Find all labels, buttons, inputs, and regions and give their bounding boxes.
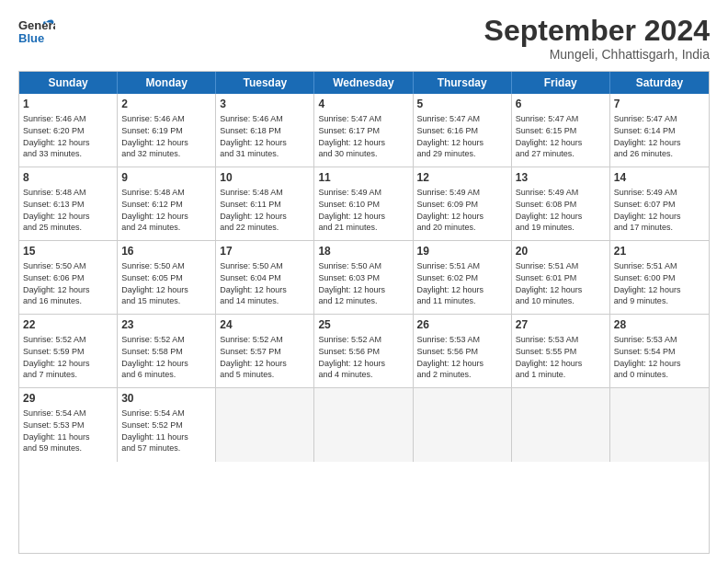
calendar-cell <box>216 388 314 462</box>
day-number: 7 <box>614 97 705 111</box>
calendar-cell: 21Sunrise: 5:51 AMSunset: 6:00 PMDayligh… <box>610 241 709 314</box>
calendar-cell: 1Sunrise: 5:46 AMSunset: 6:20 PMDaylight… <box>19 94 118 167</box>
day-number: 4 <box>318 97 408 111</box>
day-number: 5 <box>417 97 507 111</box>
header: General Blue September 2024 Mungeli, Chh… <box>18 15 710 62</box>
day-number: 12 <box>417 170 507 185</box>
day-number: 10 <box>220 170 310 185</box>
calendar-cell: 4Sunrise: 5:47 AMSunset: 6:17 PMDaylight… <box>314 94 413 167</box>
calendar-cell: 26Sunrise: 5:53 AMSunset: 5:56 PMDayligh… <box>414 315 512 387</box>
day-number: 30 <box>121 391 211 406</box>
cell-info: Sunrise: 5:50 AMSunset: 6:05 PMDaylight:… <box>121 260 211 306</box>
header-tuesday: Tuesday <box>216 72 314 94</box>
title-area: September 2024 Mungeli, Chhattisgarh, In… <box>484 15 710 62</box>
day-number: 22 <box>23 317 113 332</box>
cell-info: Sunrise: 5:54 AMSunset: 5:53 PMDaylight:… <box>23 408 113 454</box>
day-number: 20 <box>516 244 606 259</box>
header-monday: Monday <box>118 72 216 94</box>
day-number: 24 <box>220 317 310 332</box>
cell-info: Sunrise: 5:52 AMSunset: 5:58 PMDaylight:… <box>121 334 211 380</box>
calendar-cell: 27Sunrise: 5:53 AMSunset: 5:55 PMDayligh… <box>512 315 610 387</box>
day-number: 3 <box>220 97 310 111</box>
cell-info: Sunrise: 5:46 AMSunset: 6:18 PMDaylight:… <box>220 113 310 159</box>
day-number: 9 <box>121 170 211 185</box>
calendar-cell: 19Sunrise: 5:51 AMSunset: 6:02 PMDayligh… <box>414 241 512 314</box>
calendar-cell: 13Sunrise: 5:49 AMSunset: 6:08 PMDayligh… <box>512 167 610 240</box>
day-number: 1 <box>23 97 113 111</box>
calendar-cell: 18Sunrise: 5:50 AMSunset: 6:03 PMDayligh… <box>314 241 413 314</box>
cell-info: Sunrise: 5:53 AMSunset: 5:56 PMDaylight:… <box>417 334 507 380</box>
calendar-cell: 15Sunrise: 5:50 AMSunset: 6:06 PMDayligh… <box>19 241 118 314</box>
calendar-cell: 2Sunrise: 5:46 AMSunset: 6:19 PMDaylight… <box>118 94 216 167</box>
location: Mungeli, Chhattisgarh, India <box>484 47 710 62</box>
day-number: 17 <box>220 244 310 259</box>
calendar-cell: 23Sunrise: 5:52 AMSunset: 5:58 PMDayligh… <box>118 315 216 387</box>
cell-info: Sunrise: 5:54 AMSunset: 5:52 PMDaylight:… <box>121 408 211 454</box>
cell-info: Sunrise: 5:49 AMSunset: 6:08 PMDaylight:… <box>516 187 606 233</box>
header-saturday: Saturday <box>610 72 709 94</box>
calendar: Sunday Monday Tuesday Wednesday Thursday… <box>18 71 710 554</box>
day-number: 29 <box>23 391 113 406</box>
calendar-cell <box>414 388 512 462</box>
cell-info: Sunrise: 5:52 AMSunset: 5:57 PMDaylight:… <box>220 334 310 380</box>
calendar-cell: 7Sunrise: 5:47 AMSunset: 6:14 PMDaylight… <box>610 94 709 167</box>
calendar-cell: 30Sunrise: 5:54 AMSunset: 5:52 PMDayligh… <box>118 388 216 462</box>
day-number: 27 <box>516 317 606 332</box>
calendar-cell: 29Sunrise: 5:54 AMSunset: 5:53 PMDayligh… <box>19 388 118 462</box>
day-number: 23 <box>121 317 211 332</box>
cell-info: Sunrise: 5:48 AMSunset: 6:12 PMDaylight:… <box>121 187 211 233</box>
calendar-cell <box>314 388 413 462</box>
cell-info: Sunrise: 5:49 AMSunset: 6:09 PMDaylight:… <box>417 187 507 233</box>
cell-info: Sunrise: 5:50 AMSunset: 6:03 PMDaylight:… <box>318 260 408 306</box>
cell-info: Sunrise: 5:49 AMSunset: 6:07 PMDaylight:… <box>614 187 705 233</box>
calendar-body: 1Sunrise: 5:46 AMSunset: 6:20 PMDaylight… <box>19 94 709 462</box>
calendar-cell: 22Sunrise: 5:52 AMSunset: 5:59 PMDayligh… <box>19 315 118 387</box>
header-thursday: Thursday <box>414 72 512 94</box>
cell-info: Sunrise: 5:50 AMSunset: 6:04 PMDaylight:… <box>220 260 310 306</box>
month-title: September 2024 <box>484 15 710 47</box>
day-number: 16 <box>121 244 211 259</box>
calendar-cell: 14Sunrise: 5:49 AMSunset: 6:07 PMDayligh… <box>610 167 709 240</box>
cell-info: Sunrise: 5:48 AMSunset: 6:11 PMDaylight:… <box>220 187 310 233</box>
calendar-cell: 12Sunrise: 5:49 AMSunset: 6:09 PMDayligh… <box>414 167 512 240</box>
cell-info: Sunrise: 5:48 AMSunset: 6:13 PMDaylight:… <box>23 187 113 233</box>
cell-info: Sunrise: 5:52 AMSunset: 5:59 PMDaylight:… <box>23 334 113 380</box>
header-sunday: Sunday <box>19 72 118 94</box>
cell-info: Sunrise: 5:51 AMSunset: 6:00 PMDaylight:… <box>614 260 705 306</box>
cell-info: Sunrise: 5:53 AMSunset: 5:55 PMDaylight:… <box>516 334 606 380</box>
calendar-cell: 9Sunrise: 5:48 AMSunset: 6:12 PMDaylight… <box>118 167 216 240</box>
header-friday: Friday <box>512 72 610 94</box>
cell-info: Sunrise: 5:46 AMSunset: 6:20 PMDaylight:… <box>23 113 113 159</box>
day-number: 2 <box>121 97 211 111</box>
cell-info: Sunrise: 5:46 AMSunset: 6:19 PMDaylight:… <box>121 113 211 159</box>
calendar-cell: 11Sunrise: 5:49 AMSunset: 6:10 PMDayligh… <box>314 167 413 240</box>
cell-info: Sunrise: 5:51 AMSunset: 6:01 PMDaylight:… <box>516 260 606 306</box>
day-number: 26 <box>417 317 507 332</box>
calendar-cell: 16Sunrise: 5:50 AMSunset: 6:05 PMDayligh… <box>118 241 216 314</box>
logo-icon: General Blue <box>18 15 51 48</box>
day-number: 28 <box>614 317 705 332</box>
cell-info: Sunrise: 5:49 AMSunset: 6:10 PMDaylight:… <box>318 187 408 233</box>
calendar-cell: 6Sunrise: 5:47 AMSunset: 6:15 PMDaylight… <box>512 94 610 167</box>
calendar-cell: 28Sunrise: 5:53 AMSunset: 5:54 PMDayligh… <box>610 315 709 387</box>
cell-info: Sunrise: 5:52 AMSunset: 5:56 PMDaylight:… <box>318 334 408 380</box>
day-number: 18 <box>318 244 408 259</box>
header-wednesday: Wednesday <box>314 72 413 94</box>
calendar-header: Sunday Monday Tuesday Wednesday Thursday… <box>19 72 709 94</box>
calendar-cell: 17Sunrise: 5:50 AMSunset: 6:04 PMDayligh… <box>216 241 314 314</box>
cell-info: Sunrise: 5:47 AMSunset: 6:17 PMDaylight:… <box>318 113 408 159</box>
calendar-cell: 5Sunrise: 5:47 AMSunset: 6:16 PMDaylight… <box>414 94 512 167</box>
svg-text:Blue: Blue <box>18 31 44 45</box>
cell-info: Sunrise: 5:53 AMSunset: 5:54 PMDaylight:… <box>614 334 705 380</box>
cell-info: Sunrise: 5:47 AMSunset: 6:16 PMDaylight:… <box>417 113 507 159</box>
day-number: 15 <box>23 244 113 259</box>
day-number: 14 <box>614 170 705 185</box>
cell-info: Sunrise: 5:47 AMSunset: 6:14 PMDaylight:… <box>614 113 705 159</box>
day-number: 11 <box>318 170 408 185</box>
cell-info: Sunrise: 5:51 AMSunset: 6:02 PMDaylight:… <box>417 260 507 306</box>
calendar-row-1: 1Sunrise: 5:46 AMSunset: 6:20 PMDaylight… <box>19 94 709 167</box>
cell-info: Sunrise: 5:50 AMSunset: 6:06 PMDaylight:… <box>23 260 113 306</box>
calendar-row-3: 15Sunrise: 5:50 AMSunset: 6:06 PMDayligh… <box>19 241 709 315</box>
calendar-cell <box>512 388 610 462</box>
calendar-cell <box>610 388 709 462</box>
